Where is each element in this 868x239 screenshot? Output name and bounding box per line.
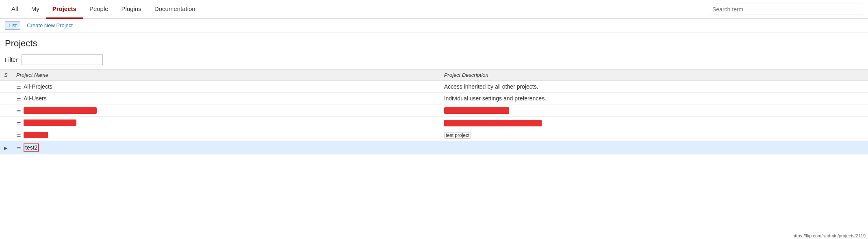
list-button[interactable]: List xyxy=(5,21,20,30)
project-icon: ⚌ xyxy=(16,132,21,138)
row-name-cell: ⚌ All-Projects xyxy=(12,81,440,93)
table-row[interactable]: ⚌ All-Projects Access inherited by all o… xyxy=(0,81,868,93)
redacted-suffix: , xyxy=(98,108,99,113)
table-row[interactable]: ⚌ test project xyxy=(0,129,868,141)
tab-my[interactable]: My xyxy=(25,0,46,19)
project-name: All-Projects xyxy=(24,83,52,90)
row-desc-cell xyxy=(440,141,868,154)
page-title: Projects xyxy=(0,33,868,52)
redacted-name xyxy=(24,120,76,126)
row-name-cell: ⚌ test2 xyxy=(12,141,440,154)
create-new-project-button[interactable]: Create New Project xyxy=(24,22,76,29)
row-name-cell: ⚌ xyxy=(12,117,440,129)
table-header-row: S Project Name Project Description xyxy=(0,70,868,81)
col-header-name: Project Name xyxy=(12,70,440,81)
row-desc-cell: Access inherited by all other projects. xyxy=(440,81,868,93)
redacted-desc-small: test project xyxy=(444,132,471,139)
table-row[interactable]: ▶ ⚌ test2 xyxy=(0,141,868,154)
row-s-cell xyxy=(0,81,12,93)
sub-nav: List Create New Project xyxy=(0,19,868,33)
row-s-cell xyxy=(0,129,12,141)
row-name-cell: ⚌ xyxy=(12,129,440,141)
row-desc-cell: test project xyxy=(440,129,868,141)
project-icon: ⚌ xyxy=(16,120,21,126)
row-s-cell: ▶ xyxy=(0,141,12,154)
project-icon: ⚌ xyxy=(16,84,21,90)
row-desc-cell xyxy=(440,117,868,129)
row-desc-cell xyxy=(440,104,868,117)
nav-tabs: All My Projects People Plugins Documenta… xyxy=(5,0,202,18)
search-container xyxy=(709,4,863,15)
row-name-cell: ⚌ All-Users xyxy=(12,93,440,104)
redacted-name xyxy=(24,132,48,138)
tab-plugins[interactable]: Plugins xyxy=(115,0,148,19)
tab-documentation[interactable]: Documentation xyxy=(148,0,202,19)
redacted-name xyxy=(24,107,97,114)
table-row[interactable]: ⚌ , xyxy=(0,104,868,117)
top-nav: All My Projects People Plugins Documenta… xyxy=(0,0,868,19)
row-desc-cell: Individual user settings and preferences… xyxy=(440,93,868,104)
search-input[interactable] xyxy=(709,4,863,15)
project-icon: ⚌ xyxy=(16,107,21,113)
projects-table: S Project Name Project Description ⚌ All… xyxy=(0,69,868,154)
project-name: All-Users xyxy=(24,95,47,102)
table-row[interactable]: ⚌ xyxy=(0,117,868,129)
filter-input[interactable] xyxy=(22,54,103,65)
table-row[interactable]: ⚌ All-Users Individual user settings and… xyxy=(0,93,868,104)
row-s-cell xyxy=(0,104,12,117)
filter-row: Filter xyxy=(0,52,868,69)
project-name: test2 xyxy=(24,143,39,152)
row-s-cell xyxy=(0,117,12,129)
tab-projects[interactable]: Projects xyxy=(46,0,83,19)
tab-all[interactable]: All xyxy=(5,0,25,19)
project-icon: ⚌ xyxy=(16,96,21,102)
redacted-desc xyxy=(444,120,542,126)
redacted-desc xyxy=(444,107,509,114)
col-header-desc: Project Description xyxy=(440,70,868,81)
col-header-s: S xyxy=(0,70,12,81)
row-s-cell xyxy=(0,93,12,104)
expand-arrow-icon[interactable]: ▶ xyxy=(4,146,7,151)
filter-label: Filter xyxy=(5,56,17,63)
tab-people[interactable]: People xyxy=(83,0,115,19)
row-name-cell: ⚌ , xyxy=(12,104,440,117)
project-icon: ⚌ xyxy=(16,144,21,150)
